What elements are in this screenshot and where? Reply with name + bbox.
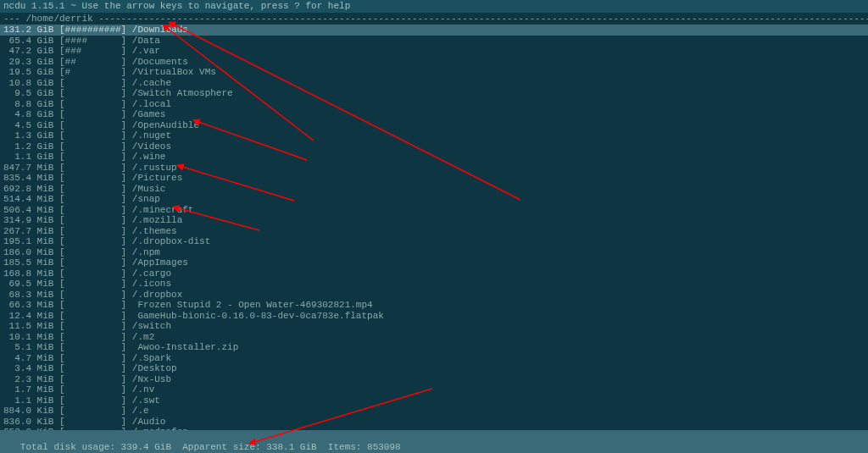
- list-item[interactable]: 836.0 KiB [ ] /Audio: [0, 417, 868, 428]
- list-item[interactable]: 12.4 MiB [ ] GameHub-bionic-0.16.0-83-de…: [0, 311, 868, 322]
- list-item[interactable]: 4.8 GiB [ ] /Games: [0, 109, 868, 120]
- list-item[interactable]: 69.5 MiB [ ] /.icons: [0, 279, 868, 290]
- list-item[interactable]: 195.1 MiB [ ] /.dropbox-dist: [0, 236, 868, 247]
- list-item[interactable]: 314.9 MiB [ ] /.mozilla: [0, 215, 868, 226]
- path-bar: --- /home/derrik -----------------------…: [0, 13, 868, 25]
- list-item[interactable]: 267.7 MiB [ ] /.themes: [0, 226, 868, 237]
- list-item[interactable]: 1.7 MiB [ ] /.nv: [0, 384, 868, 395]
- list-item[interactable]: 3.4 MiB [ ] /Desktop: [0, 363, 868, 374]
- list-item[interactable]: 29.3 GiB [## ] /Documents: [0, 57, 868, 68]
- footer-text: Total disk usage: 339.4 GiB Apparent siz…: [14, 442, 400, 452]
- list-item[interactable]: 9.5 GiB [ ] /Switch Atmosphere: [0, 88, 868, 99]
- list-item[interactable]: 66.3 MiB [ ] Frozen Stupid 2 - Open Wate…: [0, 300, 868, 311]
- list-item[interactable]: 1.3 GiB [ ] /.nuget: [0, 130, 868, 141]
- list-item[interactable]: 847.7 MiB [ ] /.rustup: [0, 163, 868, 174]
- list-item[interactable]: 68.3 MiB [ ] /.dropbox: [0, 290, 868, 301]
- list-item[interactable]: 168.8 MiB [ ] /.cargo: [0, 268, 868, 279]
- list-item[interactable]: 1.2 GiB [ ] /Videos: [0, 141, 868, 152]
- list-item[interactable]: 47.2 GiB [### ] /.var: [0, 46, 868, 57]
- list-item[interactable]: 10.8 GiB [ ] /.cache: [0, 78, 868, 89]
- list-item[interactable]: 65.4 GiB [#### ] /Data: [0, 36, 868, 47]
- list-item[interactable]: 884.0 KiB [ ] /.e: [0, 406, 868, 417]
- list-item[interactable]: 186.0 MiB [ ] /.npm: [0, 247, 868, 258]
- list-item[interactable]: 131.2 GiB [##########] /Downloads: [0, 25, 868, 36]
- list-item[interactable]: 5.1 MiB [ ] Awoo-Installer.zip: [0, 342, 868, 353]
- list-item[interactable]: 185.5 MiB [ ] /AppImages: [0, 257, 868, 268]
- header-text: ncdu 1.15.1 ~ Use the arrow keys to navi…: [3, 1, 350, 11]
- list-item[interactable]: 1.1 MiB [ ] /.swt: [0, 395, 868, 406]
- list-item[interactable]: 4.7 MiB [ ] /.Spark: [0, 353, 868, 364]
- list-item[interactable]: 19.5 GiB [# ] /VirtualBox VMs: [0, 67, 868, 78]
- list-item[interactable]: 835.4 MiB [ ] /Pictures: [0, 173, 868, 184]
- header-bar: ncdu 1.15.1 ~ Use the arrow keys to navi…: [0, 0, 868, 13]
- list-item[interactable]: 11.5 MiB [ ] /switch: [0, 321, 868, 332]
- list-item[interactable]: 2.3 MiB [ ] /Nx-Usb: [0, 374, 868, 385]
- footer-bar: Total disk usage: 339.4 GiB Apparent siz…: [0, 430, 868, 453]
- list-item[interactable]: 692.8 MiB [ ] /Music: [0, 184, 868, 195]
- list-item[interactable]: 514.4 MiB [ ] /snap: [0, 194, 868, 205]
- list-item[interactable]: 4.5 GiB [ ] /OpenAudible: [0, 120, 868, 131]
- list-item[interactable]: 8.8 GiB [ ] /.local: [0, 99, 868, 110]
- list-item[interactable]: 506.4 MiB [ ] /.minecraft: [0, 205, 868, 216]
- list-item[interactable]: 1.1 GiB [ ] /.wine: [0, 152, 868, 163]
- file-list[interactable]: 131.2 GiB [##########] /Downloads 65.4 G…: [0, 25, 868, 448]
- list-item[interactable]: 10.1 MiB [ ] /.m2: [0, 332, 868, 343]
